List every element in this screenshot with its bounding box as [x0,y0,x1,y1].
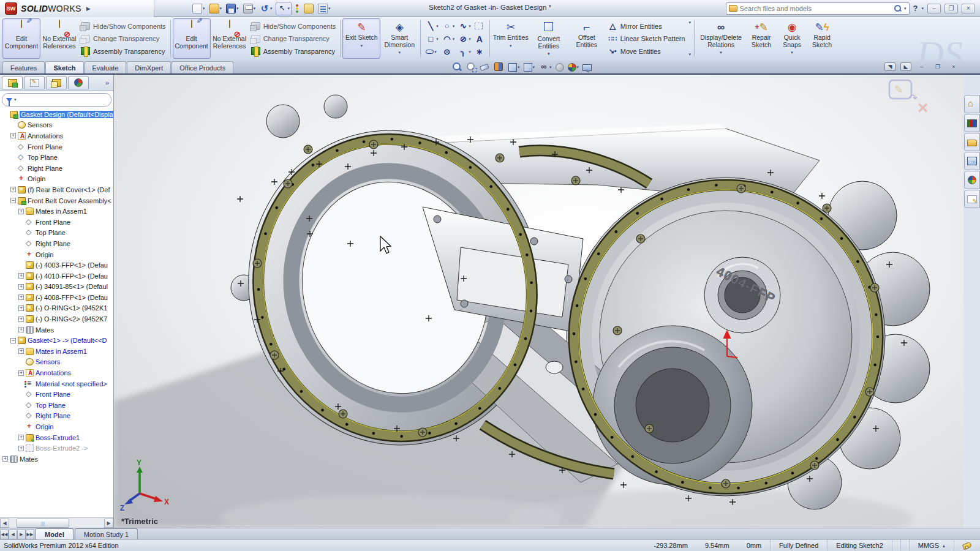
expand-toggle[interactable] [18,305,24,311]
expand-toggle[interactable] [18,446,24,451]
tree-item[interactable]: (-) O-RING<1> (9452K1 [0,303,113,314]
tree-item[interactable]: Gasket<1> -> (Default<<D [0,335,113,346]
tree-item[interactable]: Sensors [0,357,113,368]
tag-button[interactable] [954,540,980,551]
expand-toggle[interactable] [10,133,16,138]
tree-item[interactable]: (-) 4008-FFP<1> (Defau [0,292,113,303]
tree-item[interactable]: Right Plane [0,411,113,422]
tree-item[interactable]: (-) 4010-FFP<1> (Defau [0,271,113,282]
exit-sketch-button[interactable]: ✎ Exit Sketch ▾ [342,18,380,59]
interference-check-button[interactable] [293,2,301,15]
expand-toggle[interactable] [18,294,24,300]
confirm-rotate-arrow-icon[interactable]: ↷ [909,92,918,104]
tab-features[interactable]: Features [2,61,45,73]
scroll-right-button[interactable]: ▶ [104,519,113,528]
tab-dimxpert[interactable]: DimXpert [127,61,171,73]
appearances-tab[interactable] [964,171,980,189]
tree-item[interactable]: Top Plane [0,228,113,239]
tree-item[interactable]: Top Plane [0,152,113,163]
search-dropdown-arrow[interactable]: ▾ [904,6,907,11]
expand-toggle[interactable] [18,273,24,279]
rapid-sketch-button[interactable]: ✎ϟ Rapid Sketch [807,18,837,59]
more-tabs-chevron[interactable]: » [105,79,111,86]
tree-item[interactable]: Front Belt Cover Assembly< [0,195,113,206]
help-button[interactable]: ? [913,4,918,13]
minimize-button[interactable]: – [927,4,941,13]
no-external-references-button[interactable]: No External References [40,18,78,59]
next-tab-button[interactable]: ▶ [17,530,26,539]
configurationmanager-tab[interactable] [46,76,67,89]
task-pane-home-tab[interactable] [964,95,980,113]
hide-show-components-button[interactable]: Hide/Show Components [81,20,166,32]
tree-item[interactable]: Origin [0,174,113,185]
pane-left-toggle-button[interactable]: ◥ [884,62,895,71]
convert-entities-button[interactable]: Convert Entities ▾ [530,18,568,59]
text-tool-button[interactable]: A [473,34,486,44]
point-tool-button[interactable]: ∗ [473,47,486,57]
edit-appearance-button[interactable]: ▾ [568,62,579,72]
propertymanager-tab[interactable] [24,76,45,89]
tree-item[interactable]: Right Plane [0,163,113,174]
prev-tab-button[interactable]: ◀ [9,530,17,539]
expand-toggle[interactable] [10,338,16,343]
pattern-dropdown-arrow[interactable]: ▾ [689,20,692,25]
confirm-exit-sketch-icon[interactable]: ✎ [894,84,903,96]
tree-item[interactable]: Front Plane [0,141,113,152]
apply-scene-button[interactable] [556,62,564,72]
spline-tool-button[interactable]: ∿▾ [457,21,472,31]
scrollbar-thumb[interactable] [17,519,69,528]
circle-tool-button[interactable]: ○▾ [441,21,456,31]
tree-item[interactable]: Front Plane [0,217,113,228]
viewport-canvas[interactable]: 4004-FFP [114,75,963,528]
view-orientation-button[interactable]: ▾ [508,62,520,72]
tree-item[interactable]: (-) 4003-FFP<1> (Defau [0,260,113,271]
units-selector[interactable]: MMGS▴ [909,540,954,551]
undo-button[interactable]: ↺▾ [258,2,274,15]
restore-button[interactable]: ❐ [944,4,958,13]
display-delete-relations-button[interactable]: ∞ Display/Delete Relations ▾ [696,18,745,59]
display-style-button[interactable]: ▾ [524,62,535,72]
polygon-tool-button[interactable]: ⊙ [441,47,456,57]
last-tab-button[interactable]: ▶▶ [26,530,34,539]
move-dropdown-arrow[interactable]: ▾ [689,52,692,57]
rectangle-tool-button[interactable]: □▾ [424,34,440,44]
help-dropdown-arrow[interactable]: ▾ [921,6,924,11]
section-view-button[interactable] [494,62,505,72]
ellipse-tool-button[interactable]: ⊘▾ [457,34,472,44]
hide-show-components-button-2[interactable]: Hide/Show Components [251,20,336,32]
line-tool-button[interactable]: ╲▾ [424,21,440,31]
options-button[interactable]: ▾ [317,2,332,15]
tree-item[interactable]: Sensors [0,120,113,131]
scrollbar-track[interactable] [9,519,104,528]
file-properties-button[interactable] [303,2,315,15]
tab-evaluate[interactable]: Evaluate [85,61,127,73]
doc-close-button[interactable]: × [948,62,959,71]
displaymanager-tab[interactable] [68,76,89,89]
tree-item[interactable]: Mates in Assem1 [0,346,113,357]
motion-study-tab[interactable]: Motion Study 1 [75,528,138,539]
tree-item[interactable]: Annotations [0,367,113,378]
tree-item[interactable]: Mates [0,454,113,465]
tree-item[interactable]: Top Plane [0,400,113,411]
arc-tool-button[interactable]: ◠▾ [441,34,456,44]
tree-item[interactable]: Gasket Design (Default<Displa [0,109,113,120]
move-entities-button[interactable]: ↘▪Move Entities [608,45,685,57]
menu-expand-arrow[interactable]: ▶ [86,6,91,12]
select-tool-button[interactable]: ↖▾ [276,2,292,15]
design-library-tab[interactable] [964,114,980,132]
expand-toggle[interactable] [18,284,24,290]
graphics-viewport[interactable]: 4004-FFP [114,75,963,528]
assembly-transparency-button-2[interactable]: Assembly Transparency [251,45,336,57]
filter-dropdown-arrow[interactable]: ▾ [14,97,17,102]
featuremanager-tree-tab[interactable] [2,76,23,89]
cancel-sketch-x-icon[interactable]: × [918,97,929,118]
open-button[interactable]: ▾ [208,2,224,15]
offset-entities-button[interactable]: ⌐ Offset Entities [568,18,606,59]
tree-item[interactable]: Boss-Extrude2 -> [0,443,113,454]
search-icon[interactable] [894,4,902,12]
slot-tool-button[interactable]: ▾ [424,50,440,54]
expand-toggle[interactable] [18,370,24,376]
smart-dimension-button[interactable]: ◈ Smart Dimension ▾ [380,18,418,59]
search-scope-folder-icon[interactable] [729,5,737,12]
tree-item[interactable]: Material <not specified> [0,378,113,389]
